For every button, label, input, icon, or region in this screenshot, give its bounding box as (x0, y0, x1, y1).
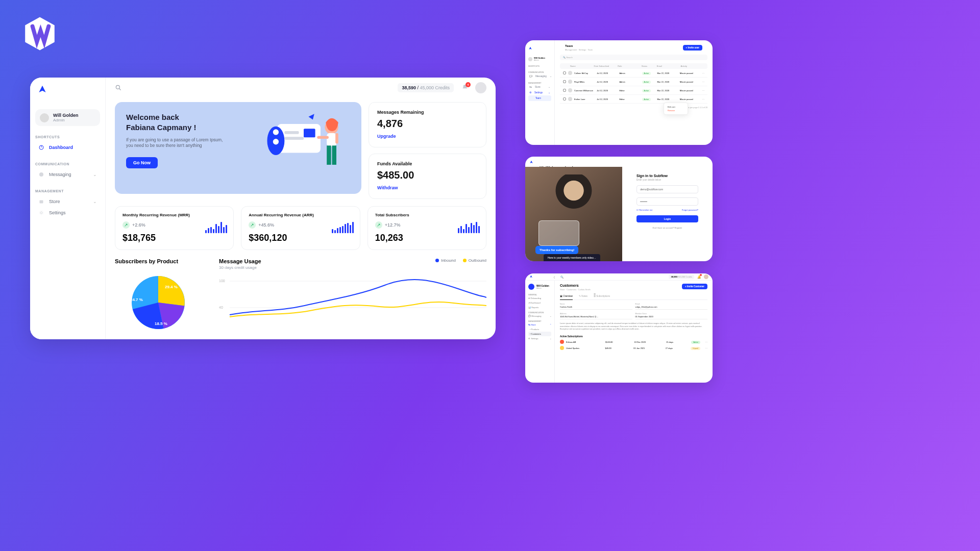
chevron-down-icon: ⌄ (93, 172, 97, 177)
app-logo-icon (529, 160, 533, 164)
tab-overview[interactable]: ▣ Overview (560, 295, 573, 300)
stat-subs-card: Total Subscribers ↗+12.7% 10,263 (368, 206, 486, 250)
table-row[interactable]: Colleen McCoyJul 12, 2020AdminActiveMar … (560, 69, 707, 78)
nav-messaging[interactable]: 💬 Messaging ⌄ (528, 314, 551, 318)
welcome-illustration (255, 107, 352, 189)
nav-store[interactable]: 🛍 Store ⌃ (528, 322, 551, 327)
search-input[interactable]: 🔍 Search (560, 55, 707, 60)
svg-rect-20 (335, 133, 338, 144)
nav-messaging[interactable]: 💬Messaging⌄ (528, 73, 551, 79)
row-checkbox[interactable] (563, 80, 566, 83)
field-name[interactable]: Carlota Smith (560, 306, 632, 310)
svg-point-14 (273, 139, 279, 144)
message-usage-panel: Message Usage 30 days credit usage Inbou… (219, 258, 486, 336)
nav-onboarding[interactable]: ⊕ Onboarding (528, 296, 551, 300)
user-role: Admin (53, 118, 78, 122)
row-action-menu: Edit user Remove (664, 103, 688, 115)
user-name: Will Golden (53, 113, 78, 118)
legend-inbound: Inbound (435, 258, 456, 263)
welcome-line2: Fabiana Capmany ! (126, 123, 197, 132)
nav-customers[interactable]: • Customers (528, 332, 551, 336)
nav-label: Messaging (49, 172, 71, 177)
search-icon[interactable] (115, 84, 122, 91)
stat-label: Total Subscribers (375, 213, 479, 217)
credits-badge: 38,590 / 45,000 Credits (669, 274, 694, 279)
nav-settings[interactable]: ⚙Settings⌄ (528, 90, 551, 95)
trend-up-icon: ↗ (122, 221, 130, 229)
login-button[interactable]: Login (636, 215, 698, 222)
avatar (528, 57, 532, 61)
upgrade-link[interactable]: Upgrade (377, 134, 396, 139)
sidebar-toggle-icon[interactable]: ❮ (553, 276, 555, 279)
table-row[interactable]: Floyd MilesJul 12, 2020AdminActiveMar 22… (560, 78, 707, 86)
field-member-since[interactable]: 01 September 2020 (635, 315, 708, 319)
notif-count: 4 (465, 82, 471, 87)
nav-settings[interactable]: ⚙ Settings ⌄ (528, 336, 551, 341)
spark-subs (458, 221, 480, 233)
invite-user-button[interactable]: + Invite user (683, 45, 702, 51)
subscription-row[interactable]: Eriksas AB$149.0013 Dec 202015 daysActiv… (560, 340, 707, 344)
search-icon[interactable]: 🔍 (560, 276, 564, 279)
nav-label: Dashboard (49, 145, 73, 150)
page-title: Team (565, 44, 593, 47)
dashboard-window: Will Golden Admin SHORTCUTS Dashboard CO… (30, 78, 496, 339)
svg-rect-16 (327, 133, 336, 146)
card-value: $485.00 (377, 169, 478, 181)
credits-used: 38,590 (402, 85, 416, 90)
nav-store[interactable]: Store ⌄ (35, 196, 100, 207)
email-field[interactable]: demo@subflow.com (636, 185, 698, 193)
nav-dashboard[interactable]: ◔ Dashboard (528, 300, 551, 305)
menu-remove[interactable]: Remove (666, 109, 685, 112)
topbar-avatar[interactable] (475, 82, 486, 93)
go-now-button[interactable]: Go Now (126, 157, 158, 168)
register-link[interactable]: Don't have an account? Register (636, 227, 698, 229)
svg-rect-17 (327, 145, 331, 165)
svg-rect-3 (40, 201, 43, 204)
sidebar-user-card[interactable]: Will Golden Admin (35, 109, 100, 126)
menu-edit[interactable]: Edit user (666, 105, 685, 109)
withdraw-link[interactable]: Withdraw (377, 185, 398, 190)
bell-icon[interactable]: 🔔 (697, 275, 701, 279)
tab-notes[interactable]: ✎ Notes (579, 295, 587, 297)
svg-point-5 (39, 211, 43, 215)
avatar (40, 113, 49, 122)
table-row[interactable]: Cameron WilliamsonJul 12, 2020EditorActi… (560, 86, 707, 95)
welcome-sub: If you are going to use a passage of Lor… (126, 137, 223, 149)
field-email[interactable]: volga_16m@yahoo.com (635, 306, 708, 310)
row-checkbox[interactable] (563, 71, 566, 74)
row-checkbox[interactable] (563, 97, 566, 101)
nav-messaging[interactable]: Messaging ⌄ (35, 169, 100, 180)
avatar (528, 284, 534, 290)
nav-dashboard[interactable]: Dashboard (35, 142, 100, 153)
tab-subscriptions[interactable]: ≣ Subscriptions (594, 295, 610, 297)
nav-reports[interactable]: 📊 Reports (528, 305, 551, 310)
toast-video: Here is your weekly members only video… (544, 254, 600, 261)
row-checkbox[interactable] (563, 89, 566, 92)
nav-label: Settings (49, 210, 66, 215)
customer-notes: Lorem ipsum dolor sit amet, consectetur … (560, 322, 707, 331)
forgot-link[interactable]: Forgot password? (682, 209, 698, 211)
customers-preview: ❮ 🔍 38,590 / 45,000 Credits 🔔 Will Golde… (525, 273, 713, 383)
stat-delta: +12.7% (385, 222, 401, 228)
remember-checkbox[interactable]: ☑ Remember me (636, 209, 653, 211)
nav-header-mgmt: MANAGEMENT (35, 189, 100, 193)
svg-rect-19 (317, 136, 329, 139)
sidebar-user-card[interactable]: Will Golden Admin (528, 284, 551, 290)
topbar: 38,590 / 45,000 Credits 4 (106, 78, 496, 98)
invite-customer-button[interactable]: + Invite Customer (682, 284, 707, 289)
nav-team[interactable]: Team (528, 95, 551, 101)
password-field[interactable]: •••••••• (636, 197, 698, 206)
credits-badge[interactable]: 38,590 / 45,000 Credits (398, 83, 454, 92)
line-chart (219, 275, 486, 326)
nav-settings[interactable]: Settings (35, 207, 100, 218)
nav-products[interactable]: • Products (528, 327, 551, 332)
field-address[interactable]: 1045 Bd Saint-Michel, Montréal-Nord, Q… (560, 315, 632, 319)
svg-point-2 (39, 172, 43, 177)
login-preview: Hi, Welcome back Thanks for subscribing!… (525, 157, 713, 261)
bell-icon[interactable]: 4 (461, 84, 469, 92)
stat-value: $18,765 (122, 233, 226, 243)
avatar[interactable] (704, 274, 708, 279)
subscription-row[interactable]: United Spokes$49.0001 Jan 202127 daysUnp… (560, 346, 707, 350)
trend-up-icon: ↗ (249, 221, 256, 229)
nav-store[interactable]: 🛍Store⌄ (528, 84, 551, 90)
